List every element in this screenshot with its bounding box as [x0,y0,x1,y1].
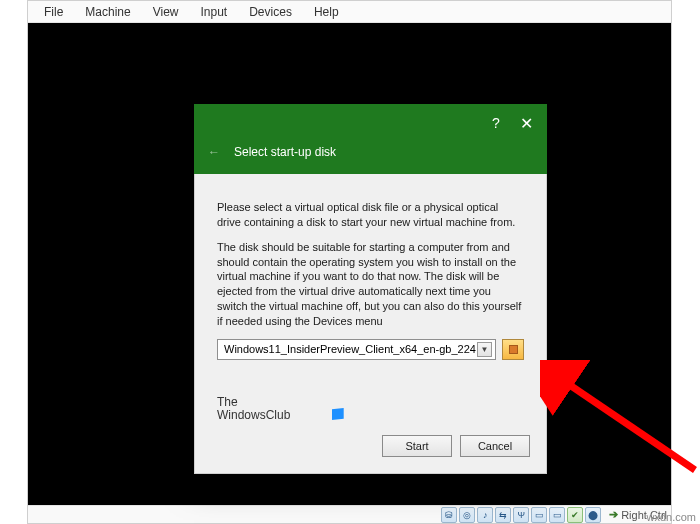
dialog-instruction-1: Please select a virtual optical disk fil… [217,200,524,230]
watermark-line2: WindowsClub [217,408,290,422]
status-record-icon[interactable]: ✔ [567,507,583,523]
windows-flag-icon [332,408,344,420]
dialog-title: Select start-up disk [234,145,336,159]
menu-input[interactable]: Input [191,3,238,21]
status-shared-icon[interactable]: ▭ [531,507,547,523]
status-hdd-icon[interactable]: ⛁ [441,507,457,523]
source-site-watermark: wxdn.com [646,511,696,523]
start-button[interactable]: Start [382,435,452,457]
disk-selector-row: Windows11_InsiderPreview_Client_x64_en-g… [217,339,524,360]
hostkey-arrow-icon: ➔ [609,508,618,521]
dialog-instruction-2: The disk should be suitable for starting… [217,240,524,329]
status-network-icon[interactable]: ⇆ [495,507,511,523]
windowsclub-watermark: The WindowsClub [217,396,344,421]
folder-icon [509,345,518,354]
disk-select-value: Windows11_InsiderPreview_Client_x64_en-g… [224,343,476,355]
close-button[interactable]: ✕ [515,112,537,134]
cancel-button[interactable]: Cancel [460,435,530,457]
help-button[interactable]: ? [485,112,507,134]
back-button[interactable]: ← [206,144,222,160]
dialog-body: Please select a virtual optical disk fil… [194,174,547,474]
browse-disk-button[interactable] [502,339,524,360]
menu-view[interactable]: View [143,3,189,21]
menu-machine[interactable]: Machine [75,3,140,21]
menubar: File Machine View Input Devices Help [28,1,671,23]
watermark-line1: The [217,396,344,408]
menu-file[interactable]: File [34,3,73,21]
status-audio-icon[interactable]: ♪ [477,507,493,523]
disk-select-dropdown[interactable]: Windows11_InsiderPreview_Client_x64_en-g… [217,339,496,360]
status-capture-icon[interactable]: ⬤ [585,507,601,523]
menu-devices[interactable]: Devices [239,3,302,21]
chevron-down-icon: ▼ [477,342,492,357]
status-usb-icon[interactable]: Ψ [513,507,529,523]
status-display-icon[interactable]: ▭ [549,507,565,523]
statusbar: ⛁ ◎ ♪ ⇆ Ψ ▭ ▭ ✔ ⬤ ➔ Right Ctrl [28,505,671,523]
dialog-buttons: Start Cancel [382,435,530,457]
status-cd-icon[interactable]: ◎ [459,507,475,523]
menu-help[interactable]: Help [304,3,349,21]
dialog-titlebar: ← Select start-up disk ? ✕ [194,104,547,174]
startup-disk-dialog: ← Select start-up disk ? ✕ Please select… [194,104,547,474]
